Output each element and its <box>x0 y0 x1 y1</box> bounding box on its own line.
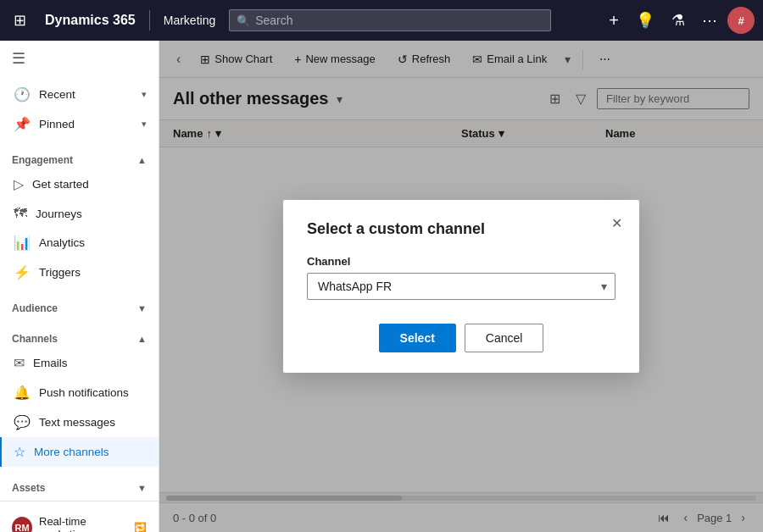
sidebar-item-label: Push notifications <box>39 386 129 399</box>
sidebar-item-label: Text messages <box>39 416 115 429</box>
recent-label: Recent <box>39 88 75 101</box>
top-actions: + 💡 ⚗ ⋯ # <box>602 6 755 36</box>
sidebar-item-label: Emails <box>33 357 68 369</box>
push-icon: 🔔 <box>14 385 31 401</box>
recent-chevron-icon: ▾ <box>142 89 147 100</box>
sidebar-audience-section: Audience ▼ <box>0 291 159 321</box>
text-msg-icon: 💬 <box>14 414 31 430</box>
avatar[interactable]: # <box>727 7 755 34</box>
sidebar-item-label: Analytics <box>39 236 85 249</box>
bottom-item-icon: 🔁 <box>134 522 147 532</box>
module-name: Marketing <box>157 14 222 27</box>
lightbulb-icon: 💡 <box>636 11 654 30</box>
modal-overlay: ✕ Select a custom channel Channel WhatsA… <box>159 41 763 532</box>
sidebar-item-journeys[interactable]: 🗺 Journeys <box>0 199 159 228</box>
sidebar-item-label: Journeys <box>36 208 82 220</box>
sidebar-item-analytics[interactable]: 📊 Analytics <box>0 228 159 258</box>
channel-select-wrapper: WhatsApp FR WhatsApp EN SMS Channel Cust… <box>307 273 615 300</box>
email-icon: ✉ <box>14 355 25 371</box>
channel-label: Channel <box>307 255 615 268</box>
triggers-icon: ⚡ <box>14 264 31 280</box>
modal-footer: Select Cancel <box>307 324 615 352</box>
modal-title: Select a custom channel <box>307 220 615 238</box>
audience-label: Audience <box>12 302 58 314</box>
sidebar-assets-section: Assets ▼ <box>0 470 159 501</box>
select-button[interactable]: Select <box>379 324 456 352</box>
sidebar-toggle[interactable]: ☰ <box>0 41 159 76</box>
engagement-chevron-icon: ▲ <box>137 155 147 165</box>
sidebar-item-triggers[interactable]: ⚡ Triggers <box>0 258 159 287</box>
search-icon: 🔍 <box>237 14 250 27</box>
analytics-icon: 📊 <box>14 235 31 251</box>
sidebar-item-more-channels[interactable]: ☆ More channels <box>0 437 159 467</box>
engagement-label: Engagement <box>12 154 73 166</box>
select-channel-modal: ✕ Select a custom channel Channel WhatsA… <box>283 200 639 373</box>
assets-chevron-icon: ▼ <box>137 483 147 493</box>
sidebar-recent-section: 🕐 Recent ▾ 📌 Pinned ▾ <box>0 76 159 142</box>
channels-label: Channels <box>12 333 58 345</box>
get-started-icon: ▷ <box>14 176 24 192</box>
journeys-icon: 🗺 <box>14 206 27 221</box>
search-input[interactable] <box>255 14 543 27</box>
pin-icon: 📌 <box>14 116 31 132</box>
sidebar-item-label: More channels <box>34 446 109 458</box>
more-nav-button[interactable]: ⋯ <box>695 6 724 35</box>
recent-icon: 🕐 <box>14 86 31 103</box>
filter-nav-button[interactable]: ⚗ <box>665 6 692 35</box>
pinned-chevron-icon: ▾ <box>142 119 147 130</box>
funnel-icon: ⚗ <box>671 11 685 30</box>
close-icon: ✕ <box>611 216 622 230</box>
nav-divider <box>149 10 150 30</box>
search-box[interactable]: 🔍 <box>229 9 551 31</box>
sidebar-engagement-section: Engagement ▲ ▷ Get started 🗺 Journeys 📊 … <box>0 142 159 291</box>
channels-chevron-icon: ▲ <box>137 334 147 344</box>
sidebar-item-text-messages[interactable]: 💬 Text messages <box>0 407 159 437</box>
hamburger-icon: ☰ <box>12 50 25 67</box>
sidebar-bottom-label: Real-time marketi... <box>39 515 127 532</box>
sidebar-bottom-item[interactable]: RM Real-time marketi... 🔁 <box>0 508 159 532</box>
sidebar-channels-section: Channels ▲ ✉ Emails 🔔 Push notifications… <box>0 321 159 470</box>
top-navigation: ⊞ Dynamics 365 Marketing 🔍 + 💡 ⚗ ⋯ # <box>0 0 763 41</box>
sidebar-item-push-notifications[interactable]: 🔔 Push notifications <box>0 378 159 407</box>
sidebar-bottom: RM Real-time marketi... 🔁 <box>0 501 159 532</box>
waffle-icon[interactable]: ⊞ <box>8 6 31 35</box>
sidebar: ☰ 🕐 Recent ▾ 📌 Pinned ▾ Engagement ▲ ▷ <box>0 41 159 532</box>
cancel-button[interactable]: Cancel <box>465 324 544 352</box>
pinned-label: Pinned <box>39 118 75 130</box>
assets-header[interactable]: Assets ▼ <box>0 474 159 497</box>
add-button[interactable]: + <box>602 6 626 36</box>
content-area: ‹ ⊞ Show Chart + New message ↺ Refresh ✉… <box>159 41 763 532</box>
brand-area: Dynamics 365 <box>38 13 142 28</box>
engagement-header[interactable]: Engagement ▲ <box>0 146 159 169</box>
ellipsis-icon: ⋯ <box>702 11 717 30</box>
modal-close-button[interactable]: ✕ <box>606 212 627 235</box>
sidebar-item-recent[interactable]: 🕐 Recent ▾ <box>0 80 159 109</box>
sidebar-item-label: Get started <box>32 178 89 191</box>
main-layout: ☰ 🕐 Recent ▾ 📌 Pinned ▾ Engagement ▲ ▷ <box>0 41 763 532</box>
sidebar-item-label: Triggers <box>39 266 81 279</box>
audience-chevron-icon: ▼ <box>137 303 147 313</box>
sidebar-item-get-started[interactable]: ▷ Get started <box>0 169 159 199</box>
rm-avatar: RM <box>12 517 32 532</box>
audience-header[interactable]: Audience ▼ <box>0 294 159 318</box>
sidebar-item-pinned[interactable]: 📌 Pinned ▾ <box>0 109 159 139</box>
brand-name: Dynamics 365 <box>45 13 136 28</box>
add-icon: + <box>609 11 619 30</box>
sidebar-item-emails[interactable]: ✉ Emails <box>0 348 159 378</box>
channels-header[interactable]: Channels ▲ <box>0 324 159 348</box>
more-channels-icon: ☆ <box>14 444 25 460</box>
lightbulb-button[interactable]: 💡 <box>629 6 661 35</box>
channel-select[interactable]: WhatsApp FR WhatsApp EN SMS Channel Cust… <box>307 273 615 300</box>
assets-label: Assets <box>12 482 45 494</box>
